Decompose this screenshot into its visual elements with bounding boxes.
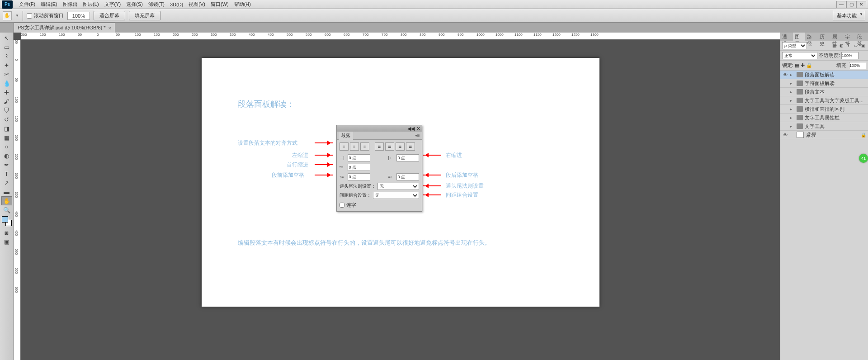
- left-indent-input[interactable]: [348, 154, 370, 161]
- layer-row[interactable]: ▸ 字符面板解读: [780, 79, 868, 88]
- layer-row[interactable]: 👁 ▸ 段落面板解读: [780, 71, 868, 79]
- lock-all-icon[interactable]: 🔒: [806, 62, 812, 68]
- menu-edit[interactable]: 编辑(E): [38, 1, 60, 8]
- close-tab-icon[interactable]: ×: [108, 25, 111, 31]
- color-swatches[interactable]: [2, 216, 12, 226]
- path-tool[interactable]: ↗: [1, 178, 12, 187]
- filter-image-icon[interactable]: ▦: [831, 43, 837, 49]
- twirl-icon[interactable]: ▸: [790, 81, 795, 85]
- hand-tool[interactable]: ✋: [1, 196, 12, 205]
- scroll-all-checkbox[interactable]: 滚动所有窗口: [27, 12, 64, 19]
- layer-row[interactable]: 👁 背景 🔒: [780, 131, 868, 139]
- menu-view[interactable]: 视图(V): [186, 1, 208, 8]
- first-line-input[interactable]: [348, 164, 370, 171]
- history-brush-tool[interactable]: ↺: [1, 115, 12, 124]
- layer-kind-select[interactable]: ρ 类型: [782, 42, 807, 49]
- visibility-icon[interactable]: [782, 80, 788, 86]
- panel-close-icon[interactable]: ✕: [416, 126, 420, 132]
- crop-tool[interactable]: ✂: [1, 70, 12, 79]
- menu-filter[interactable]: 滤镜(T): [146, 1, 167, 8]
- tab-paths[interactable]: 路径: [805, 33, 818, 41]
- filter-smart-icon[interactable]: ▣: [860, 43, 866, 49]
- menu-window[interactable]: 窗口(W): [208, 1, 231, 8]
- justify-all-button[interactable]: ≣: [406, 142, 415, 151]
- eraser-tool[interactable]: ◨: [1, 124, 12, 133]
- shape-tool[interactable]: ▬: [1, 187, 12, 196]
- tab-para[interactable]: 段落: [855, 33, 868, 41]
- menu-layer[interactable]: 图层(L): [80, 1, 101, 8]
- heal-tool[interactable]: ✚: [1, 88, 12, 97]
- menu-help[interactable]: 帮助(H): [231, 1, 254, 8]
- menu-3d[interactable]: 3D(D): [167, 2, 186, 7]
- align-left-button[interactable]: ≡: [340, 142, 349, 151]
- right-indent-input[interactable]: [396, 154, 419, 161]
- menu-type[interactable]: 文字(Y): [102, 1, 124, 8]
- gradient-tool[interactable]: ▦: [1, 133, 12, 142]
- panel-menu-icon[interactable]: ▾≡: [415, 133, 420, 138]
- twirl-icon[interactable]: ▸: [790, 116, 795, 120]
- fill-input[interactable]: [849, 62, 866, 69]
- canvas[interactable]: 段落面板解读： 设置段落文本的对齐方式 左缩进 首行缩进 段前添加空格 右缩进 …: [202, 58, 599, 307]
- layer-row[interactable]: ▸ 文字工具: [780, 122, 868, 131]
- space-before-input[interactable]: [348, 173, 370, 180]
- collapse-icon[interactable]: ◀◀: [407, 126, 415, 132]
- marquee-tool[interactable]: ▭: [1, 43, 12, 52]
- menu-select[interactable]: 选择(S): [123, 1, 146, 8]
- pen-tool[interactable]: ✒: [1, 160, 12, 169]
- move-tool[interactable]: ↖: [1, 33, 12, 43]
- blur-tool[interactable]: ○: [1, 142, 12, 151]
- dodge-tool[interactable]: ◐: [1, 151, 12, 160]
- visibility-icon[interactable]: 👁: [782, 132, 788, 138]
- visibility-icon[interactable]: [782, 106, 788, 112]
- align-center-button[interactable]: ≡: [350, 142, 359, 151]
- minimize-button[interactable]: —: [836, 1, 846, 8]
- filter-type-icon[interactable]: T: [845, 43, 852, 49]
- workspace-dropdown[interactable]: 基本功能: [833, 11, 865, 20]
- spacing-select[interactable]: 无: [373, 192, 419, 199]
- justify-center-button[interactable]: ≣: [385, 142, 394, 151]
- screenmode-tool[interactable]: ▣: [1, 237, 12, 246]
- notification-badge[interactable]: 41: [859, 154, 868, 163]
- twirl-icon[interactable]: ▸: [790, 107, 795, 111]
- zoom-input[interactable]: [67, 12, 90, 20]
- visibility-icon[interactable]: [782, 89, 788, 95]
- justify-right-button[interactable]: ≣: [396, 142, 405, 151]
- panel-tab-paragraph[interactable]: 段落: [339, 132, 353, 140]
- visibility-icon[interactable]: [782, 114, 788, 121]
- maximize-button[interactable]: ▢: [846, 1, 856, 8]
- layer-row[interactable]: ▸ 文字工具与文字蒙版工具...: [780, 96, 868, 105]
- quickmask-tool[interactable]: ◙: [1, 228, 12, 237]
- fit-screen-button[interactable]: 适合屏幕: [94, 11, 125, 20]
- stamp-tool[interactable]: ⛉: [1, 106, 12, 115]
- lasso-tool[interactable]: ⌇: [1, 52, 12, 61]
- blend-mode-select[interactable]: 正常: [782, 52, 817, 59]
- document-tab[interactable]: PS文字工具详解.psd @ 100%(RGB/8) * ×: [14, 23, 115, 33]
- canvas-scroll[interactable]: 段落面板解读： 设置段落文本的对齐方式 左缩进 首行缩进 段前添加空格 右缩进 …: [21, 40, 780, 360]
- avoid-select[interactable]: 无: [377, 183, 419, 190]
- visibility-icon[interactable]: [782, 123, 788, 129]
- wand-tool[interactable]: ✦: [1, 61, 12, 70]
- paragraph-panel[interactable]: ◀◀✕ 段落▾≡ ≡ ≡ ≡ ≣ ≣ ≣ ≣: [336, 125, 422, 212]
- layer-row[interactable]: ▸ 横排和直排的区别: [780, 105, 868, 114]
- panel-titlebar[interactable]: ◀◀✕: [337, 125, 422, 132]
- fill-screen-button[interactable]: 填充屏幕: [129, 11, 160, 20]
- visibility-icon[interactable]: 👁: [782, 71, 788, 78]
- twirl-icon[interactable]: ▸: [790, 124, 795, 128]
- zoom-tool[interactable]: 🔍: [1, 205, 12, 214]
- brush-tool[interactable]: 🖌: [1, 97, 12, 106]
- twirl-icon[interactable]: ▸: [790, 73, 795, 77]
- type-tool[interactable]: T: [1, 169, 12, 178]
- layer-row[interactable]: ▸ 段落文本: [780, 88, 868, 96]
- filter-shape-icon[interactable]: ▱: [853, 43, 859, 49]
- menu-file[interactable]: 文件(F): [16, 1, 38, 8]
- opacity-input[interactable]: [841, 52, 859, 59]
- lock-pixels-icon[interactable]: ▦: [795, 62, 799, 68]
- tab-char[interactable]: 字符: [843, 33, 856, 41]
- align-right-button[interactable]: ≡: [360, 142, 369, 151]
- tab-layers[interactable]: 图层: [793, 33, 806, 41]
- layer-row[interactable]: ▸ 文字工具属性栏: [780, 114, 868, 122]
- hyphen-checkbox[interactable]: [340, 203, 344, 208]
- hand-tool-icon[interactable]: ✋: [3, 11, 12, 20]
- twirl-icon[interactable]: ▸: [790, 99, 795, 103]
- lock-position-icon[interactable]: ✚: [801, 62, 805, 68]
